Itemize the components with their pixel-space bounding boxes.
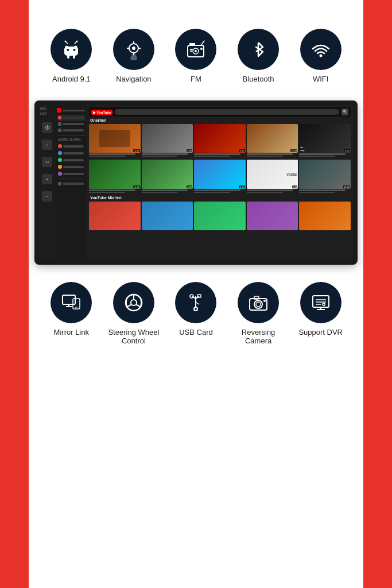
video-thumb-6[interactable]: 15:30 [89, 160, 141, 193]
nav-section-label: ABONE OLUNAN [57, 137, 85, 142]
vol-dn-sidebar-icon[interactable]: − [42, 191, 52, 202]
video-title-4 [247, 153, 293, 155]
device-sidebar: MIC RST ⏻ ⌂ ↩ + − [39, 105, 55, 260]
svg-point-32 [131, 300, 137, 305]
android-icon-circle [51, 29, 92, 70]
nav-item-home[interactable] [57, 115, 85, 121]
home-sidebar-icon[interactable]: ⌂ [42, 140, 52, 150]
youtube-header: ▶ YouTube 🔍 [89, 107, 351, 117]
svg-point-41 [194, 307, 197, 311]
svg-point-12 [132, 47, 135, 50]
nav-premium[interactable] [57, 181, 85, 187]
video-info-7 [142, 189, 193, 194]
duration-10: 11:20 [343, 185, 350, 188]
nav-sub-5[interactable] [57, 171, 85, 177]
duration-9: 3:41 [292, 185, 298, 188]
android-icon [60, 38, 83, 61]
nav-item-trending[interactable] [57, 121, 85, 127]
video-title-9 [247, 189, 293, 191]
video-title-6 [89, 189, 135, 191]
mix-thumb-2[interactable] [142, 202, 193, 230]
svg-rect-2 [64, 47, 78, 56]
mirror-link-icon [59, 291, 83, 315]
video-thumb-8[interactable]: 9:50 [194, 160, 246, 193]
bluetooth-icon [247, 38, 270, 61]
nav-sub-3[interactable] [57, 157, 85, 163]
feature-reversing-camera: Reversing Camera [232, 282, 284, 345]
feature-steering-wheel: Steering Wheel Control [108, 282, 160, 345]
mix-thumb-4[interactable] [247, 202, 298, 230]
video-meta-3 [194, 156, 230, 157]
mix-thumb-3[interactable] [194, 202, 246, 230]
duration-1: 14:21 [133, 149, 140, 152]
video-thumb-9[interactable]: VOGUE 3:41 [247, 160, 298, 193]
video-grid-mixes [89, 202, 351, 230]
feature-fm: FM [170, 29, 222, 83]
svg-rect-39 [197, 295, 201, 297]
svg-line-35 [136, 305, 141, 307]
bottom-features-row: Mirror Link Steering Wheel Con [40, 282, 352, 345]
nav-divider [57, 135, 85, 136]
video-thumb-2[interactable]: 2:28 [142, 124, 193, 157]
device-screen: MIC RST ⏻ ⌂ ↩ + − [39, 105, 353, 260]
mic-label: MIC [40, 107, 46, 110]
video-info-10 [299, 189, 351, 194]
video-thumb-1[interactable]: 14:21 [89, 124, 141, 157]
support-dvr-icon-circle [300, 282, 341, 323]
video-info-6 [89, 189, 141, 194]
svg-point-25 [319, 55, 322, 57]
video-meta-6 [89, 192, 125, 193]
video-meta-9 [247, 192, 283, 193]
fm-icon [184, 37, 208, 61]
video-thumb-10[interactable]: 11:20 [299, 160, 351, 193]
steering-wheel-label: Steering Wheel Control [108, 328, 160, 345]
reversing-camera-icon-circle [238, 282, 279, 323]
nav-sub-4[interactable] [57, 164, 85, 170]
steering-wheel-icon-circle [113, 282, 154, 323]
feature-android: Android 9.1 [45, 29, 97, 83]
side-bar-right [363, 0, 392, 588]
back-sidebar-icon[interactable]: ↩ [42, 157, 52, 167]
svg-rect-10 [73, 55, 75, 59]
nav-sub-2[interactable] [57, 150, 85, 156]
video-info-5 [299, 153, 351, 157]
video-meta-1 [89, 156, 125, 157]
main-content: Android 9.1 Navigation [29, 0, 363, 374]
feature-navigation: Navigation [108, 29, 160, 83]
power-sidebar-icon[interactable]: ⏻ [42, 122, 52, 133]
fm-label: FM [191, 75, 201, 83]
video-meta-7 [142, 192, 178, 193]
vol-up-sidebar-icon[interactable]: + [42, 174, 52, 184]
top-features-row: Android 9.1 Navigation [40, 29, 352, 83]
usb-card-icon-circle [175, 282, 216, 323]
svg-line-34 [127, 305, 131, 307]
camera-icon [246, 291, 270, 315]
svg-rect-9 [67, 55, 69, 59]
mix-thumb-5[interactable] [299, 202, 351, 230]
nav-sub-1[interactable] [57, 143, 85, 149]
video-title-10 [299, 189, 346, 191]
device-left-nav: ABONE OLUNAN [55, 105, 87, 260]
video-thumb-3[interactable]: 3:15 [194, 124, 246, 157]
video-meta-5 [299, 156, 335, 157]
video-title-2 [142, 153, 188, 155]
rst-label: RST [40, 112, 47, 115]
mirror-link-label: Mirror Link [54, 328, 89, 336]
video-thumb-7[interactable]: 4:22 [142, 160, 193, 193]
video-thumb-4[interactable]: 12:44 [247, 124, 298, 157]
android-label: Android 9.1 [52, 75, 91, 83]
video-thumb-5[interactable]: beany. 8:02 [299, 124, 351, 157]
yt-search-bar[interactable] [115, 109, 339, 115]
nav-item-subs[interactable] [57, 127, 85, 133]
navigation-icon-circle [113, 29, 154, 70]
nav-divider-2 [57, 179, 85, 179]
yt-nav-logo [57, 108, 61, 113]
wifi-label: WIFI [313, 75, 328, 83]
yt-logo: ▶ YouTube [91, 110, 112, 115]
mix-thumb-1[interactable] [89, 202, 141, 230]
video-grid-row1: 14:21 2:28 [89, 124, 351, 157]
video-meta-8 [194, 192, 230, 193]
steering-wheel-icon [122, 291, 146, 315]
search-icon[interactable]: 🔍 [341, 109, 348, 115]
svg-point-4 [73, 49, 76, 51]
